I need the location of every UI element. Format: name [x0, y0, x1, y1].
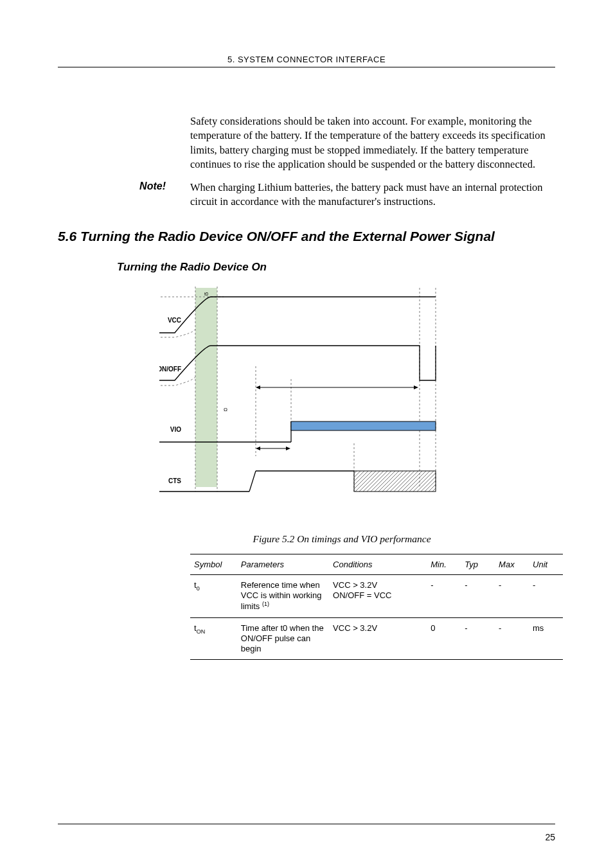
cell-conditions: VCC > 3.2V ON/OFF = VCC: [329, 574, 427, 617]
cell-typ: -: [461, 617, 495, 660]
cell-symbol: tON: [190, 617, 237, 660]
col-parameters: Parameters: [237, 554, 329, 574]
table-row: t0 Reference time when VCC is within wor…: [190, 574, 563, 617]
svg-marker-21: [256, 447, 260, 450]
cell-typ: -: [461, 574, 495, 617]
svg-text:t0: t0: [204, 292, 208, 296]
col-conditions: Conditions: [329, 554, 427, 574]
svg-marker-22: [286, 447, 290, 450]
svg-rect-27: [354, 471, 436, 492]
note-block: Note! When charging Lithium batteries, t…: [58, 181, 555, 209]
col-symbol: Symbol: [190, 554, 237, 574]
svg-text:Ω: Ω: [224, 407, 227, 412]
table-row: tON Time after t0 when the ON/OFF pulse …: [190, 617, 563, 660]
body-paragraph: Safety considerations should be taken in…: [190, 114, 555, 172]
cell-min: 0: [427, 617, 461, 660]
col-unit: Unit: [529, 554, 563, 574]
timing-diagram: t0 VCC ON/OFF Ω VIO: [159, 283, 555, 523]
section-heading: 5.6 Turning the Radio Device ON/OFF and …: [58, 229, 555, 244]
svg-marker-14: [414, 385, 418, 389]
col-min: Min.: [427, 554, 461, 574]
col-max: Max: [495, 554, 529, 574]
svg-text:VIO: VIO: [170, 426, 181, 433]
cell-unit: ms: [529, 617, 563, 660]
cell-max: -: [495, 574, 529, 617]
page-number: 25: [545, 832, 555, 842]
note-label: Note!: [58, 181, 190, 209]
svg-line-25: [249, 471, 256, 492]
cell-unit: -: [529, 574, 563, 617]
cell-min: -: [427, 574, 461, 617]
running-header: 5. SYSTEM CONNECTOR INTERFACE: [58, 55, 555, 64]
parameters-table: Symbol Parameters Conditions Min. Typ Ma…: [190, 554, 563, 660]
footer-rule: [58, 824, 555, 824]
subsection-heading: Turning the Radio Device On: [117, 261, 555, 274]
header-rule: [58, 67, 555, 67]
svg-marker-13: [256, 385, 260, 389]
cell-symbol: t0: [190, 574, 237, 617]
note-text: When charging Lithium batteries, the bat…: [190, 181, 555, 209]
col-typ: Typ: [461, 554, 495, 574]
svg-rect-0: [195, 288, 217, 487]
figure-caption: Figure 5.2 On timings and VIO performanc…: [129, 533, 555, 545]
svg-text:ON/OFF: ON/OFF: [159, 366, 181, 373]
cell-parameters: Time after t0 when the ON/OFF pulse can …: [237, 617, 329, 660]
svg-text:VCC: VCC: [168, 317, 181, 324]
table-header-row: Symbol Parameters Conditions Min. Typ Ma…: [190, 554, 563, 574]
svg-rect-19: [291, 421, 436, 430]
cell-conditions: VCC > 3.2V: [329, 617, 427, 660]
cell-max: -: [495, 617, 529, 660]
svg-text:CTS: CTS: [168, 477, 181, 484]
cell-parameters: Reference time when VCC is within workin…: [237, 574, 329, 617]
